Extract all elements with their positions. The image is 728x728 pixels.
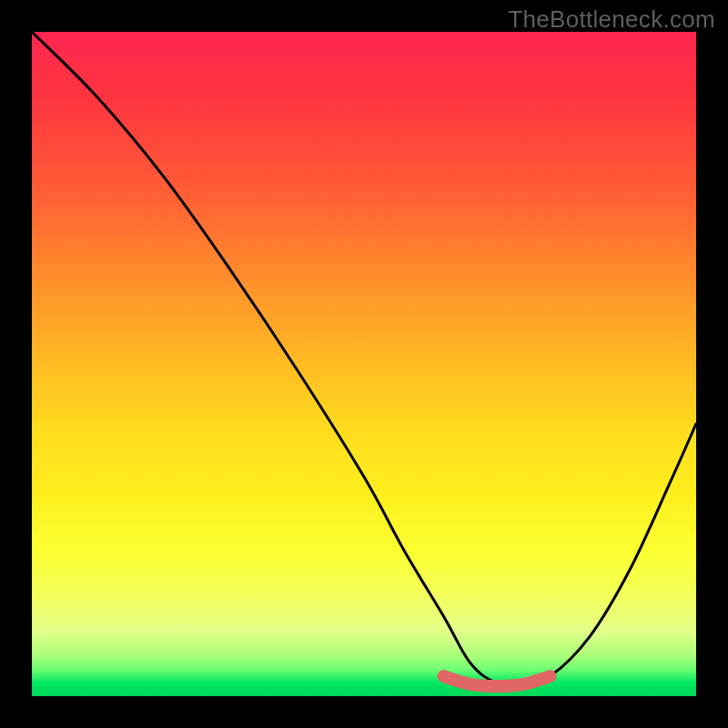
curve-layer <box>32 32 696 696</box>
optimal-zone-highlight <box>444 676 551 686</box>
chart-frame: TheBottleneck.com <box>0 0 728 728</box>
plot-area <box>32 32 696 696</box>
watermark-text: TheBottleneck.com <box>508 5 715 34</box>
bottleneck-curve <box>32 32 696 684</box>
